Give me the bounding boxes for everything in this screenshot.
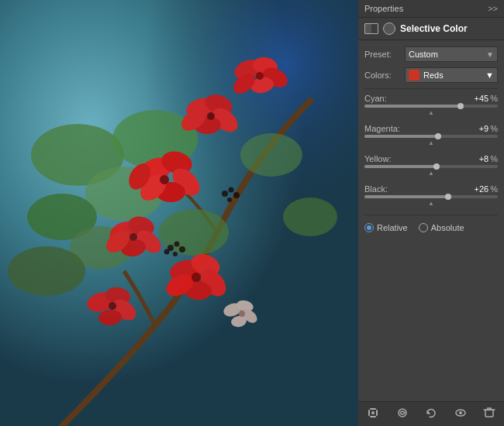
svg-point-16 (256, 72, 264, 80)
magenta-arrow-up: ▲ (428, 139, 434, 146)
black-value: +26 (475, 184, 489, 194)
svg-point-46 (109, 302, 116, 310)
cyan-slider-thumb[interactable] (457, 103, 464, 109)
yellow-pct: % (490, 154, 498, 163)
cyan-arrow-up: ▲ (428, 109, 434, 116)
visibility-circle (383, 22, 395, 35)
preset-value: Custom (409, 50, 438, 59)
mask-icon (364, 23, 378, 34)
preset-dropdown[interactable]: Custom ▼ (405, 46, 498, 62)
rotate-icon[interactable] (423, 407, 440, 421)
svg-point-51 (239, 311, 245, 317)
eye-toggle-icon[interactable] (452, 407, 469, 421)
yellow-slider-row: Yellow: +8 % ▲ (364, 154, 498, 177)
colors-dropdown[interactable]: Reds ▼ (405, 67, 498, 83)
yellow-label: Yellow: (364, 154, 391, 163)
photo-area (0, 0, 358, 426)
divider-2 (364, 215, 498, 215)
relative-label: Relative (377, 223, 408, 232)
flower-illustration (0, 0, 358, 426)
absolute-radio-circle (419, 223, 428, 232)
preset-arrow: ▼ (486, 50, 494, 59)
properties-panel: Properties >> Selective Color Preset: Cu… (358, 0, 504, 426)
black-pct: % (490, 184, 498, 194)
black-arrow-up: ▲ (428, 200, 434, 207)
color-swatch (409, 70, 419, 81)
svg-point-56 (164, 249, 170, 255)
absolute-radio[interactable]: Absolute (419, 223, 464, 232)
panel-header: Properties >> (358, 0, 504, 18)
cyan-slider-track[interactable] (364, 105, 498, 108)
black-slider-fill (364, 195, 448, 198)
svg-rect-61 (370, 408, 376, 410)
svg-point-58 (229, 187, 234, 193)
magenta-value: +9 (479, 124, 489, 133)
yellow-slider-thumb[interactable] (433, 163, 440, 170)
cyan-label: Cyan: (364, 94, 387, 103)
svg-point-55 (173, 252, 178, 256)
svg-point-10 (283, 198, 337, 236)
svg-point-22 (207, 112, 215, 120)
layer-title: Selective Color (400, 23, 498, 34)
colors-arrow: ▼ (485, 70, 494, 80)
colors-label: Colors: (364, 70, 405, 80)
svg-point-57 (222, 191, 228, 197)
layer-title-row: Selective Color (358, 18, 504, 40)
svg-point-59 (233, 192, 240, 198)
yellow-slider-track[interactable] (364, 165, 498, 168)
svg-point-9 (240, 133, 302, 177)
relative-radio-circle (364, 223, 374, 232)
method-radio-row: Relative Absolute (364, 220, 498, 235)
svg-point-65 (371, 411, 375, 414)
svg-point-68 (459, 411, 462, 414)
magenta-slider-track[interactable] (364, 135, 498, 138)
cyan-pct: % (490, 94, 498, 103)
yellow-arrow-up: ▲ (428, 170, 434, 177)
svg-point-35 (129, 233, 137, 241)
svg-point-53 (174, 242, 180, 247)
svg-point-7 (8, 246, 85, 296)
panel-header-title: Properties (364, 4, 403, 13)
preset-row: Preset: Custom ▼ (364, 46, 498, 62)
yellow-value: +8 (479, 154, 489, 163)
svg-rect-69 (485, 410, 493, 417)
colors-row: Colors: Reds ▼ (364, 67, 498, 83)
cyan-value: +45 (475, 94, 489, 103)
relative-radio[interactable]: Relative (364, 223, 408, 232)
magenta-slider-thumb[interactable] (435, 133, 441, 139)
cyan-slider-row: Cyan: +45 % ▲ (364, 94, 498, 116)
photo-background (0, 0, 358, 426)
create-clip-icon[interactable] (394, 407, 411, 421)
svg-rect-63 (376, 410, 378, 416)
panel-expand-button[interactable]: >> (488, 4, 498, 13)
yellow-slider-fill (364, 165, 437, 168)
preset-label: Preset: (364, 50, 405, 59)
divider-1 (364, 88, 498, 89)
magenta-slider-fill (364, 135, 438, 138)
magenta-slider-row: Magenta: +9 % ▲ (364, 124, 498, 146)
black-slider-thumb[interactable] (445, 194, 451, 200)
colors-value: Reds (423, 70, 482, 80)
magenta-label: Magenta: (364, 124, 400, 133)
svg-point-29 (160, 175, 169, 184)
cyan-slider-fill (364, 105, 461, 108)
svg-point-41 (192, 273, 201, 282)
black-slider-track[interactable] (364, 195, 498, 198)
trash-icon[interactable] (481, 407, 498, 421)
panel-body: Preset: Custom ▼ Colors: Reds ▼ Cyan: +4… (358, 40, 504, 401)
svg-rect-62 (368, 410, 370, 416)
svg-rect-64 (370, 416, 376, 417)
history-icon[interactable] (364, 407, 381, 421)
magenta-pct: % (490, 124, 498, 133)
svg-point-60 (227, 198, 232, 202)
svg-point-54 (179, 246, 185, 253)
black-slider-row: Black: +26 % ▲ (364, 184, 498, 207)
black-label: Black: (364, 184, 388, 194)
absolute-label: Absolute (431, 223, 464, 232)
panel-footer (358, 401, 504, 426)
